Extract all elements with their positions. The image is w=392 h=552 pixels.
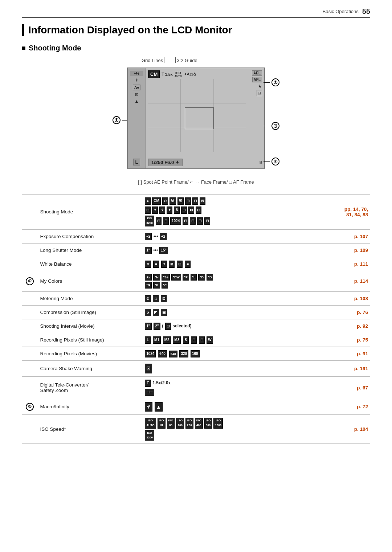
- icons-white-balance: ☀ ■ ✦ ⊠ ⊡ ■: [142, 257, 323, 271]
- section-heading: Shooting Mode: [22, 44, 370, 52]
- lcd-tele-indicator: T 1.5x: [162, 72, 173, 77]
- callout-3: ③: [264, 122, 279, 130]
- label-recording-still: Recording Pixels (Still image): [38, 333, 142, 347]
- label-white-balance: White Balance: [38, 257, 142, 271]
- lcd-bottom-num: 9: [260, 160, 262, 165]
- table-row: ISO Speed* ISOAUTO ISOHI ISO80 ISO100 IS…: [22, 415, 370, 444]
- lcd-shutter-display: 1/250 F6.0 ✦: [148, 159, 183, 166]
- table-row: Shooting Interval (Movie) 1" 2" ( ⊡ sele…: [22, 319, 370, 333]
- icons-my-colors: Av ᴬN ᴬSe ᴬBW ᴬP ᴬL ᴬD ᴬB ᴬG ᴬR ᴬC: [142, 271, 323, 292]
- lcd-icon-plus-third: +⅓: [130, 71, 143, 76]
- label-macro: Macro/Infinity: [38, 399, 142, 414]
- callout-1: ①: [113, 116, 128, 124]
- icons-iso: ISOAUTO ISOHI ISO80 ISO100 ISO200 ISO400…: [142, 415, 323, 444]
- page-title: Information Displayed on the LCD Monitor: [22, 24, 370, 36]
- label-shooting-mode: Shooting Mode: [38, 195, 142, 230]
- lcd-icon-av: Av: [133, 85, 141, 90]
- table-row: Compression (Still image) S ◤ ▣ p. 76: [22, 306, 370, 319]
- lcd-screen-wrapper: ① +⅓ ☀ Av ⊡ ▲ L CM T 1.5x: [113, 64, 279, 176]
- icons-recording-movies: 1024 640 648 320 160: [142, 347, 323, 361]
- label-compression: Compression (Still image): [38, 306, 142, 319]
- lcd-right-icons: AEL AFL ★ ⊡: [252, 70, 262, 96]
- callout-4: ④: [264, 158, 279, 165]
- label-shooting-interval: Shooting Interval (Movie): [38, 319, 142, 333]
- guide-label: 3:2 Guide: [175, 57, 197, 63]
- table-row: Metering Mode ⊙ □ ⊡ p. 108: [22, 292, 370, 306]
- table-row: Exposure Compensation –2 ••• +2 p. 107: [22, 229, 370, 243]
- lcd-icon-face: ⊡: [257, 90, 262, 96]
- label-recording-movies: Recording Pixels (Movies): [38, 347, 142, 361]
- ref-recording-still: p. 75: [323, 333, 370, 347]
- lcd-icon-sun: ☀: [135, 78, 139, 83]
- page-number: 55: [362, 7, 370, 16]
- table-row: Shooting Mode ● CM ⊙ /A /S ⊞ ⊟ ⊠ ⊡ ✦ ✧ ✦: [22, 195, 370, 230]
- lcd-icon-afl: AFL: [252, 77, 262, 82]
- ref-long-shutter: p. 109: [323, 243, 370, 257]
- row-num-my-colors: ①: [22, 271, 38, 292]
- lcd-top-bar: CM T 1.5x ISO AUTO ✦A □ ô: [148, 70, 246, 78]
- lcd-left-sidebar: +⅓ ☀ Av ⊡ ▲ L: [128, 68, 146, 168]
- table-row: ① My Colors Av ᴬN ᴬSe ᴬBW ᴬP ᴬL ᴬD ᴬB ᴬG…: [22, 271, 370, 292]
- icons-shooting-interval: 1" 2" ( ⊡ selected): [142, 319, 323, 333]
- label-exposure: Exposure Compensation: [38, 229, 142, 243]
- label-metering: Metering Mode: [38, 292, 142, 306]
- ref-iso: p. 104: [323, 415, 370, 444]
- lcd-icon-L: L: [133, 159, 140, 165]
- icons-macro: ⚘ ▲: [142, 399, 323, 414]
- label-camera-shake: Camera Shake Warning: [38, 361, 142, 376]
- ref-metering: p. 108: [323, 292, 370, 306]
- frame-caption: [ ] Spot AE Point Frame/ ⌐ ¬ Face Frame/…: [138, 179, 254, 185]
- ref-exposure: p. 107: [323, 229, 370, 243]
- table-row: Digital Tele-Converter/Safety Zoom T 1.5…: [22, 376, 370, 399]
- ref-recording-movies: p. 91: [323, 347, 370, 361]
- label-my-colors: My Colors: [38, 271, 142, 292]
- lcd-icon-star: ★: [258, 83, 262, 89]
- lcd-icon-ael: AEL: [252, 70, 262, 76]
- table-row: Long Shutter Mode 1" ••• 15" p. 109: [22, 243, 370, 257]
- lcd-diagram: Grid Lines 3:2 Guide ① +⅓ ☀ Av ⊡ ▲ L: [22, 57, 370, 191]
- ref-shooting-mode: pp. 14, 70,81, 84, 88: [323, 195, 370, 230]
- grid-lines-label: Grid Lines: [142, 57, 164, 63]
- ref-shooting-interval: p. 92: [323, 319, 370, 333]
- lcd-af-frame: [185, 107, 214, 129]
- icons-compression: S ◤ ▣: [142, 306, 323, 319]
- icons-exposure: –2 ••• +2: [142, 229, 323, 243]
- label-long-shutter: Long Shutter Mode: [38, 243, 142, 257]
- table-row: ② Macro/Infinity ⚘ ▲ p. 72: [22, 399, 370, 414]
- table-row: White Balance ☀ ■ ✦ ⊠ ⊡ ■ p. 111: [22, 257, 370, 271]
- lcd-cm-box: CM: [148, 70, 160, 78]
- ref-white-balance: p. 111: [323, 257, 370, 271]
- ref-my-colors: p. 114: [323, 271, 370, 292]
- icons-metering: ⊙ □ ⊡: [142, 292, 323, 306]
- lcd-mode-icons: ✦A □ ô: [184, 71, 196, 77]
- ref-compression: p. 76: [323, 306, 370, 319]
- lcd-icon-triangle: ▲: [135, 99, 139, 104]
- lcd-icon-rect: ⊡: [135, 92, 138, 97]
- label-tele-converter: Digital Tele-Converter/Safety Zoom: [38, 376, 142, 399]
- icons-recording-still: L M1 M2 M3 S ⊡ ⊡ W: [142, 333, 323, 347]
- row-num-shooting-mode: [22, 195, 38, 230]
- ref-macro: p. 72: [323, 399, 370, 414]
- callout-2: ②: [264, 78, 279, 86]
- info-table: Shooting Mode ● CM ⊙ /A /S ⊞ ⊟ ⊠ ⊡ ✦ ✧ ✦: [22, 194, 370, 444]
- lcd-screen: +⅓ ☀ Av ⊡ ▲ L CM T 1.5x ISO: [127, 68, 265, 169]
- section-label: Basic Operations: [323, 9, 359, 14]
- icons-shooting-mode: ● CM ⊙ /A /S ⊞ ⊟ ⊠ ⊡ ✦ ✧ ✦ 8 ⊡ ⊠: [142, 195, 323, 230]
- page-header: Basic Operations 55: [22, 7, 370, 18]
- table-row: Recording Pixels (Still image) L M1 M2 M…: [22, 333, 370, 347]
- lcd-iso-indicator: ISO AUTO: [175, 71, 182, 77]
- icons-long-shutter: 1" ••• 15": [142, 243, 323, 257]
- table-row: Camera Shake Warning ⊡ p. 191: [22, 361, 370, 376]
- ref-tele-converter: p. 67: [323, 376, 370, 399]
- icons-camera-shake: ⊡: [142, 361, 323, 376]
- lcd-main-area: CM T 1.5x ISO AUTO ✦A □ ô: [146, 68, 264, 168]
- ref-camera-shake: p. 191: [323, 361, 370, 376]
- table-row: Recording Pixels (Movies) 1024 640 648 3…: [22, 347, 370, 361]
- icons-tele-converter: T 1.5x/2.0x ⊣⊢: [142, 376, 323, 399]
- row-num-macro: ②: [22, 399, 38, 414]
- label-iso: ISO Speed*: [38, 415, 142, 444]
- lcd-bottom-bar: 1/250 F6.0 ✦ 9: [148, 159, 262, 166]
